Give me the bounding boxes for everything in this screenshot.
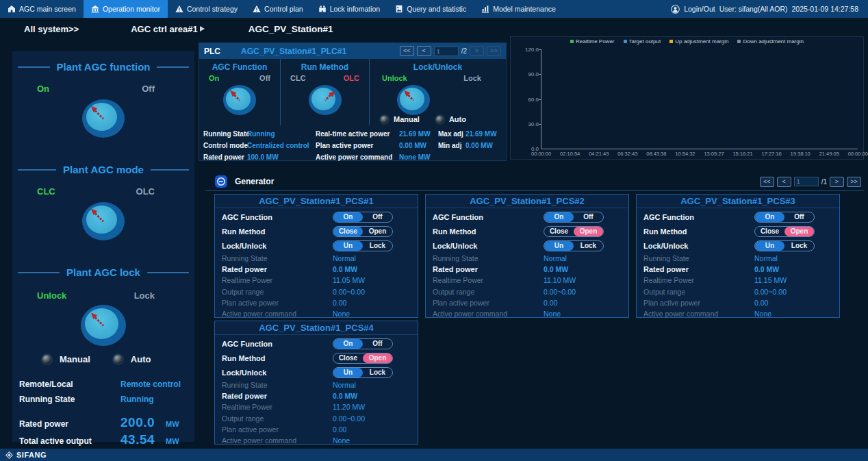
plc-auto-radio[interactable]: [436, 116, 444, 123]
run-method-label: Run Method: [222, 227, 266, 236]
run-method-toggle[interactable]: CloseOpen: [333, 353, 393, 364]
run-method-toggle[interactable]: CloseOpen: [333, 226, 393, 237]
plan-active-power-value: 0.00: [754, 299, 832, 307]
plant-mode-clc-label: CLC: [37, 186, 55, 197]
warning-icon: [175, 5, 183, 13]
breadcrumb-arrow-icon: [200, 26, 205, 32]
user-area: Login/Out User: sifang(All AOR) 2025-01-…: [671, 0, 868, 18]
realtime-power-label: Realtime Power: [643, 276, 694, 284]
plan-active-power-value: 0.00: [544, 299, 622, 307]
agc-function-label: AGC Function: [643, 213, 694, 221]
realtime-power-value: 11.05 MW: [333, 276, 411, 284]
nav-item-query-and-statistic[interactable]: Query and statistic: [387, 0, 474, 18]
realtime-power-label: Realtime Power: [222, 403, 272, 411]
nav-item-control-strategy[interactable]: Control strategy: [168, 0, 245, 18]
plc-control-mode-value: Centralized control: [247, 142, 316, 149]
plant-agc-function-knob[interactable]: [82, 99, 125, 138]
run-method-toggle[interactable]: CloseOpen: [754, 226, 815, 237]
breadcrumb-all-system[interactable]: All system>>: [24, 24, 79, 34]
next-page-button[interactable]: >: [470, 46, 484, 56]
plan-active-power-label: Plan active power: [222, 299, 279, 307]
run-method-toggle[interactable]: CloseOpen: [544, 226, 604, 237]
lock-unlock-knob[interactable]: [397, 85, 430, 115]
nav-item-operation-monitor[interactable]: Operation monitor: [84, 0, 168, 18]
output-range-label: Output range: [643, 288, 685, 296]
plant-agc-lock-knob[interactable]: [81, 305, 126, 346]
prev-page-button[interactable]: <: [417, 46, 431, 56]
first-page-button[interactable]: <<: [400, 46, 414, 56]
manual-radio[interactable]: [42, 355, 51, 364]
lock-unlock-toggle[interactable]: UnLock: [544, 240, 604, 251]
output-range-value: 0.00~0.00: [544, 288, 622, 296]
agc-function-knob[interactable]: [223, 85, 256, 115]
page-input[interactable]: [434, 47, 459, 56]
plc-running-state-value: Running: [247, 130, 316, 138]
generator-pager: << < /1 > >>: [760, 177, 861, 187]
plan-active-power-label: Plan active power: [643, 299, 700, 307]
plant-agc-mode-knob[interactable]: [82, 202, 125, 240]
legend-target-output: Target output: [624, 38, 661, 45]
plc-running-state-label: Running State: [203, 130, 247, 138]
output-range-value: 0.00~0.00: [333, 288, 411, 296]
x-tick: 17:27:16: [762, 151, 782, 157]
nav-item-lock-infomation[interactable]: Lock infomation: [311, 0, 388, 18]
gen-next-page-button[interactable]: >: [830, 177, 844, 187]
nav-label: Control strategy: [187, 5, 238, 13]
gen-first-page-button[interactable]: <<: [760, 177, 774, 187]
agc-function-toggle[interactable]: OnOff: [754, 212, 815, 223]
auto-radio[interactable]: [114, 355, 123, 364]
image-doc-icon: [395, 5, 403, 13]
run-method-knob[interactable]: [309, 85, 342, 115]
lock-unlock-toggle[interactable]: UnLock: [333, 367, 393, 378]
pcs-card-title: AGC_PV_Station#1_PCS#4: [215, 321, 418, 335]
plant-panel: Plant AGC function On Off Plant AGC mode…: [12, 51, 194, 442]
rated-power-value: 0.0 MW: [754, 265, 832, 273]
nav-item-control-plan[interactable]: Control plan: [245, 0, 311, 18]
agc-function-toggle[interactable]: OnOff: [544, 212, 604, 223]
plc-manual-radio[interactable]: [381, 116, 388, 123]
plc-power-command-label: Active power command: [316, 153, 399, 161]
agc-function-toggle[interactable]: OnOff: [333, 212, 393, 223]
gen-page-input[interactable]: [794, 177, 819, 186]
plc-pager: << < /2 > >>: [400, 46, 501, 56]
gen-prev-page-button[interactable]: <: [777, 177, 791, 187]
lock-unlock-toggle[interactable]: UnLock: [333, 240, 393, 251]
breadcrumb-agc-ctrl-area[interactable]: AGC ctrl area#1: [131, 24, 198, 34]
run-method-label: Run Method: [433, 227, 476, 236]
agc-function-toggle[interactable]: OnOff: [333, 338, 393, 349]
page-total: /2: [461, 47, 467, 55]
running-state-value: Normal: [333, 381, 411, 389]
lock-unlock-toggle[interactable]: UnLock: [754, 240, 815, 251]
bank-icon: [91, 5, 99, 13]
plan-active-power-value: 0.00: [333, 425, 411, 434]
legend-swatch: [624, 40, 627, 43]
x-tick: 06:32:43: [617, 151, 637, 157]
x-tick: 00:00:00: [531, 151, 551, 157]
y-tick: 30.0: [528, 121, 539, 127]
rated-power-unit: MW: [166, 420, 179, 428]
lock-unlock-group: Lock/Unlock Unlock Lock Manual Auto: [369, 59, 506, 125]
lock-unlock-unlock-label: Unlock: [382, 74, 407, 82]
active-power-command-value: None: [333, 310, 411, 318]
total-active-output-value: 43.54: [120, 432, 163, 447]
plc-min-adj-label: Min adj: [438, 142, 465, 149]
realtime-power-value: 11.20 MW: [333, 403, 411, 411]
plc-rated-power-value: 100.0 MW: [247, 153, 316, 161]
lock-unlock-label: Lock/Unlock: [222, 369, 266, 377]
user-info: User: sifang(All AOR): [719, 5, 788, 13]
last-page-button[interactable]: >>: [487, 46, 501, 56]
login-link[interactable]: Login/Out: [684, 5, 715, 13]
rated-power-label: Rated power: [433, 265, 478, 273]
nav-label: Model maintenance: [493, 5, 556, 13]
plc-label: PLC: [204, 47, 220, 56]
nav-label: Operation monitor: [103, 5, 160, 13]
nav-item-model-maintenance[interactable]: Model maintenance: [474, 0, 563, 18]
active-power-command-label: Active power command: [222, 310, 296, 318]
nav-item-agc-main-screen[interactable]: AGC main screen: [0, 0, 84, 18]
breadcrumb-station: AGC_PV_Station#1: [248, 24, 333, 34]
running-state-value: Normal: [544, 254, 622, 262]
chart-legend: Realtime Power Target output Up adjustme…: [511, 38, 863, 45]
gen-last-page-button[interactable]: >>: [847, 177, 861, 187]
legend-up-adjustment-margin: Up adjustment margin: [669, 38, 728, 45]
run-method-group: Run Method CLC OLC: [280, 59, 369, 125]
